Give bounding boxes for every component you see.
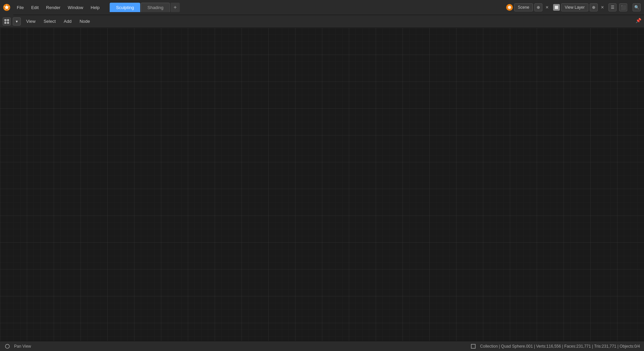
view-layer-block[interactable]: View Layer xyxy=(561,3,588,11)
select-btn[interactable]: Select xyxy=(40,17,59,25)
svg-rect-18 xyxy=(7,22,9,24)
status-icon-mid xyxy=(470,343,477,350)
svg-point-59 xyxy=(5,344,9,348)
node-editor-area: ▾ View Select Add Node 📌 xyxy=(75,15,470,341)
workspace-tabs: Sculpting Shading + xyxy=(110,3,180,12)
view-layer-icon xyxy=(553,4,560,11)
status-pan-view: Pan View xyxy=(14,344,31,349)
view-layer-close-btn[interactable]: ✕ xyxy=(599,4,606,11)
add-btn[interactable]: Add xyxy=(60,17,75,25)
scene-icon xyxy=(506,4,513,11)
node-btn[interactable]: Node xyxy=(76,17,93,25)
blender-logo[interactable] xyxy=(0,0,13,15)
svg-rect-2 xyxy=(7,4,7,7)
view-layer-copy-btn[interactable]: ⊕ xyxy=(590,3,598,11)
scene-block[interactable]: Scene xyxy=(514,3,533,11)
svg-rect-8 xyxy=(555,6,558,9)
top-menubar: File Edit Render Window Help Sculpting S… xyxy=(0,0,644,15)
viewport-controls: View Select Add Node xyxy=(23,17,93,25)
workspace-tab-add[interactable]: + xyxy=(170,3,180,12)
menu-edit[interactable]: Edit xyxy=(28,4,42,11)
workspace-tab-sculpting[interactable]: Sculpting xyxy=(110,3,140,12)
status-bar: Pan View Collection | Quad Sphere.001 | … xyxy=(0,341,644,351)
workspace-tab-shading[interactable]: Shading xyxy=(141,3,170,12)
menu-render[interactable]: Render xyxy=(43,4,64,11)
pin-icon[interactable]: 📌 xyxy=(636,18,641,23)
viewport-dropdown-btn[interactable]: ▾ xyxy=(13,17,21,25)
menu-file[interactable]: File xyxy=(13,4,27,11)
top-right: Scene ⊕ ✕ View Layer ⊕ ✕ ☰ ⬛ 🔍 xyxy=(506,3,644,11)
svg-rect-17 xyxy=(4,22,6,24)
scene-close-btn[interactable]: ✕ xyxy=(544,4,550,11)
status-icon-left xyxy=(4,343,11,350)
scene-copy-btn[interactable]: ⊕ xyxy=(534,3,542,11)
svg-rect-60 xyxy=(471,344,475,348)
search-btn[interactable]: 🔍 xyxy=(633,3,641,11)
view-layer-label: View Layer xyxy=(565,5,585,10)
menu-window[interactable]: Window xyxy=(64,4,87,11)
svg-rect-15 xyxy=(4,19,6,21)
main-area: Select Box Annotate Links Cut xyxy=(0,15,644,341)
editor-type-icon[interactable] xyxy=(3,17,11,25)
header-icon-2[interactable]: ⬛ xyxy=(619,3,627,11)
viewport-grid[interactable] xyxy=(0,28,644,341)
viewport-header: ▾ View Select Add Node 📌 xyxy=(0,15,644,28)
header-icon-1[interactable]: ☰ xyxy=(608,3,616,11)
view-btn[interactable]: View xyxy=(23,17,39,25)
menu-items: File Edit Render Window Help xyxy=(13,4,103,11)
status-collection: Collection | Quad Sphere.001 | Verts:116… xyxy=(480,344,640,349)
menu-help[interactable]: Help xyxy=(87,4,103,11)
svg-rect-16 xyxy=(7,19,9,21)
svg-point-7 xyxy=(508,6,511,9)
scene-label: Scene xyxy=(518,5,529,10)
